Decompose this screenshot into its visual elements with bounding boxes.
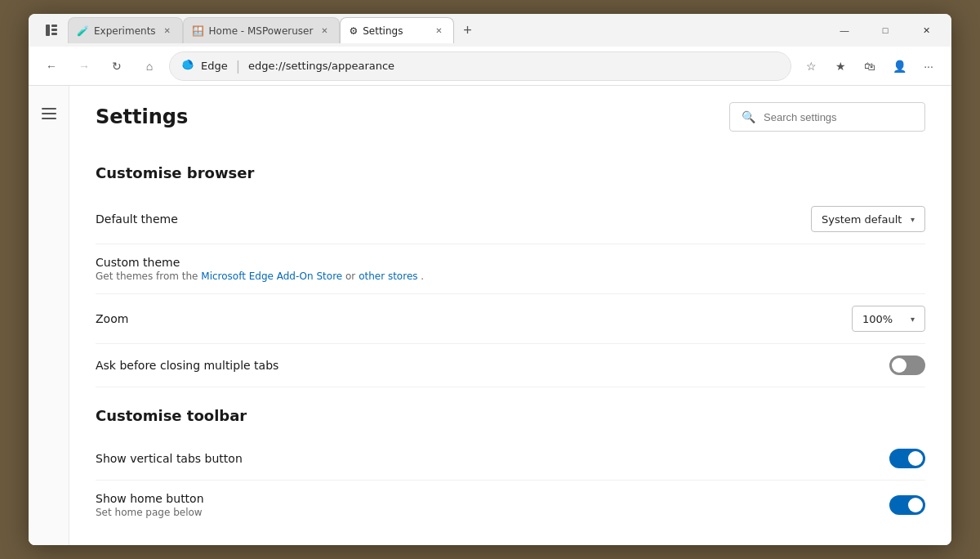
custom-theme-sublabel-text: Get themes from the — [96, 271, 201, 282]
tab-home-close[interactable]: ✕ — [318, 25, 331, 38]
ask-before-closing-label: Ask before closing multiple tabs — [96, 359, 889, 372]
window-controls: — □ ✕ — [826, 17, 945, 43]
section-customise-toolbar-title: Customise toolbar — [96, 407, 925, 424]
svg-rect-5 — [42, 113, 56, 114]
vertical-tabs-icon[interactable] — [35, 17, 68, 43]
svg-rect-4 — [42, 108, 56, 110]
experiments-favicon: 🧪 — [77, 25, 89, 37]
dropdown-arrow-icon: ▾ — [911, 215, 915, 224]
more-icon[interactable]: ··· — [915, 53, 942, 79]
minimize-button[interactable]: — — [826, 17, 863, 43]
content-area: Settings 🔍 Customise browser Default the… — [29, 86, 951, 545]
search-input[interactable] — [764, 111, 913, 123]
address-separator: | — [236, 58, 240, 74]
svg-rect-0 — [46, 25, 50, 36]
zoom-value: 100% — [862, 313, 893, 325]
tab-experiments[interactable]: 🧪 Experiments ✕ — [68, 17, 183, 43]
sidebar-hamburger-icon[interactable] — [34, 99, 64, 128]
settings-main: Settings 🔍 Customise browser Default the… — [69, 86, 951, 545]
refresh-button[interactable]: ↻ — [104, 53, 130, 79]
zoom-dropdown-arrow-icon: ▾ — [911, 315, 915, 324]
vertical-tabs-label: Show vertical tabs button — [96, 452, 889, 465]
ask-before-closing-toggle[interactable] — [889, 356, 925, 375]
close-button[interactable]: ✕ — [907, 17, 945, 43]
setting-row-home-button: Show home button Set home page below — [96, 481, 925, 530]
custom-theme-after-text: . — [421, 271, 424, 282]
svg-rect-1 — [51, 25, 57, 27]
tab-settings-close[interactable]: ✕ — [432, 25, 445, 38]
vertical-tabs-toggle[interactable] — [889, 449, 925, 468]
favorites-add-icon[interactable]: ☆ — [798, 53, 824, 79]
home-button-label: Show home button Set home page below — [96, 492, 889, 518]
address-url: edge://settings/appearance — [248, 60, 394, 72]
vertical-tabs-knob — [908, 451, 923, 466]
other-stores-link[interactable]: other stores — [359, 271, 417, 282]
microsoft-edge-addon-store-link[interactable]: Microsoft Edge Add-On Store — [201, 271, 342, 282]
setting-row-zoom: Zoom 100% ▾ — [96, 294, 925, 344]
default-theme-dropdown[interactable]: System default ▾ — [811, 206, 925, 232]
back-button[interactable]: ← — [38, 53, 65, 79]
custom-theme-sublabel: Get themes from the Microsoft Edge Add-O… — [96, 271, 925, 282]
tab-settings[interactable]: ⚙ Settings ✕ — [340, 17, 454, 43]
svg-rect-2 — [51, 29, 57, 31]
favorites-icon[interactable]: ★ — [827, 53, 853, 79]
search-icon: 🔍 — [742, 110, 755, 123]
settings-content: Customise browser Default theme System d… — [69, 145, 951, 545]
home-button-toggle[interactable] — [889, 495, 925, 515]
home-button-heading: Show home button — [96, 492, 889, 505]
address-label: Edge — [201, 60, 228, 72]
address-bar[interactable]: Edge | edge://settings/appearance — [169, 51, 791, 81]
forward-button[interactable]: → — [71, 53, 97, 79]
home-favicon: 🪟 — [192, 25, 204, 37]
settings-title: Settings — [96, 105, 716, 128]
default-theme-label: Default theme — [96, 212, 811, 226]
search-box[interactable]: 🔍 — [729, 102, 925, 132]
custom-theme-label: Custom theme Get themes from the Microso… — [96, 256, 925, 282]
nav-bar: ← → ↻ ⌂ Edge | edge://settings/appearanc… — [29, 47, 951, 86]
custom-theme-between-text: or — [345, 271, 359, 282]
home-button[interactable]: ⌂ — [136, 53, 163, 79]
custom-theme-heading: Custom theme — [96, 256, 925, 269]
edge-logo-icon — [181, 58, 194, 74]
section-customise-browser-title: Customise browser — [96, 164, 925, 181]
settings-favicon: ⚙ — [349, 25, 358, 37]
settings-sidebar — [29, 86, 69, 545]
title-bar: 🧪 Experiments ✕ 🪟 Home - MSPoweruser ✕ ⚙… — [29, 14, 951, 47]
zoom-dropdown[interactable]: 100% ▾ — [852, 306, 925, 332]
tab-home-label: Home - MSPoweruser — [209, 25, 314, 37]
tab-settings-label: Settings — [363, 25, 403, 37]
collections-icon[interactable]: 🛍 — [857, 53, 883, 79]
svg-rect-3 — [51, 33, 57, 35]
tab-experiments-label: Experiments — [94, 25, 156, 37]
maximize-button[interactable]: □ — [866, 17, 904, 43]
setting-row-custom-theme: Custom theme Get themes from the Microso… — [96, 244, 925, 294]
ask-before-closing-knob — [892, 358, 906, 373]
home-button-sublabel: Set home page below — [96, 507, 889, 518]
default-theme-value: System default — [822, 213, 902, 226]
svg-rect-6 — [42, 118, 56, 119]
setting-row-vertical-tabs: Show vertical tabs button — [96, 437, 925, 481]
nav-actions: ☆ ★ 🛍 👤 ··· — [798, 53, 942, 79]
settings-header: Settings 🔍 — [69, 86, 951, 145]
setting-row-ask-before-closing: Ask before closing multiple tabs — [96, 344, 925, 387]
new-tab-button[interactable]: + — [454, 17, 480, 43]
zoom-label: Zoom — [96, 312, 852, 325]
setting-row-default-theme: Default theme System default ▾ — [96, 195, 925, 244]
browser-window: 🧪 Experiments ✕ 🪟 Home - MSPoweruser ✕ ⚙… — [29, 14, 951, 545]
home-button-knob — [908, 498, 923, 512]
tab-home[interactable]: 🪟 Home - MSPoweruser ✕ — [183, 17, 341, 43]
profile-icon[interactable]: 👤 — [886, 53, 912, 79]
tab-experiments-close[interactable]: ✕ — [161, 25, 174, 38]
